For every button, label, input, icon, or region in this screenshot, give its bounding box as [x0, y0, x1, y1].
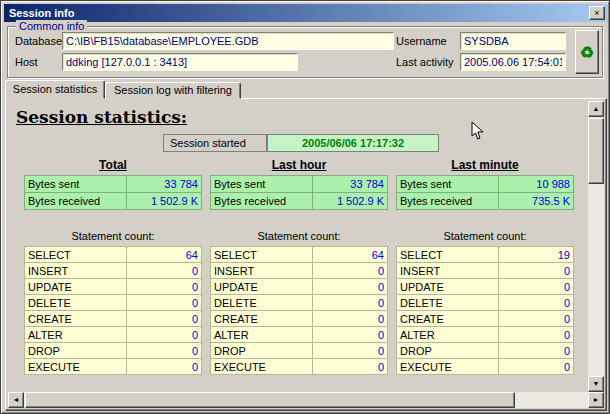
statement-value: 0: [126, 279, 201, 295]
bytes-label: Bytes sent: [25, 176, 127, 193]
statement-label: INSERT: [397, 263, 499, 279]
table-row: UPDATE0: [211, 279, 388, 295]
table-row: SELECT64: [211, 247, 388, 263]
statement-label: DROP: [25, 343, 127, 359]
database-field[interactable]: [62, 32, 394, 50]
close-icon: ×: [594, 8, 599, 18]
down-arrow-icon: ▼: [593, 380, 600, 387]
scroll-right-button[interactable]: ►: [588, 392, 604, 408]
bytes-value: 1 502.9 K: [126, 193, 201, 210]
refresh-button[interactable]: ♻: [575, 30, 599, 74]
stats-column-last-minute: Last minute Bytes sent10 988 Bytes recei…: [396, 101, 574, 392]
vertical-scrollbar[interactable]: ▲ ▼: [588, 101, 604, 392]
statement-label: DELETE: [25, 295, 127, 311]
statement-count-label: Statement count:: [24, 230, 202, 242]
horizontal-scroll-thumb[interactable]: [25, 392, 515, 408]
table-row: CREATE0: [211, 311, 388, 327]
refresh-icon: ♻: [580, 44, 594, 61]
statement-value: 0: [498, 279, 573, 295]
close-button[interactable]: ×: [589, 6, 605, 20]
table-row: Bytes sent10 988: [397, 176, 574, 193]
table-row: UPDATE0: [397, 279, 574, 295]
statement-label: SELECT: [211, 247, 313, 263]
tab-session-statistics[interactable]: Session statistics: [5, 80, 105, 99]
statement-value: 19: [498, 247, 573, 263]
titlebar[interactable]: Session info ×: [4, 4, 608, 22]
statement-label: DROP: [211, 343, 313, 359]
bytes-label: Bytes received: [211, 193, 313, 210]
last-activity-field[interactable]: [460, 53, 566, 71]
vertical-scroll-thumb[interactable]: [588, 118, 604, 184]
statement-label: DROP: [397, 343, 499, 359]
table-row: Bytes received1 502.9 K: [211, 193, 388, 210]
bytes-table-last-hour: Bytes sent33 784 Bytes received1 502.9 K: [210, 175, 388, 210]
statement-label: DELETE: [211, 295, 313, 311]
table-row: INSERT0: [211, 263, 388, 279]
statement-value: 0: [126, 311, 201, 327]
tab-session-log[interactable]: Session log with filtering: [105, 82, 241, 99]
common-info-group: Common info Database Host Username Last …: [7, 26, 603, 78]
statement-label: ALTER: [25, 327, 127, 343]
statement-label: CREATE: [211, 311, 313, 327]
table-row: DELETE0: [397, 295, 574, 311]
session-info-window: Session info × Common info Database Host…: [0, 0, 610, 414]
statement-label: UPDATE: [211, 279, 313, 295]
left-arrow-icon: ◄: [13, 396, 20, 403]
bytes-value: 33 784: [126, 176, 201, 193]
table-row: UPDATE0: [25, 279, 202, 295]
horizontal-scrollbar[interactable]: ◄ ►: [8, 392, 604, 408]
table-row: ALTER0: [211, 327, 388, 343]
username-field[interactable]: [460, 32, 566, 50]
stats-column-last-hour: Last hour Bytes sent33 784 Bytes receive…: [210, 101, 388, 392]
statement-label: EXECUTE: [25, 359, 127, 375]
table-row: CREATE0: [25, 311, 202, 327]
column-header-last-hour: Last hour: [210, 158, 388, 172]
table-row: Bytes sent33 784: [25, 176, 202, 193]
bytes-label: Bytes received: [397, 193, 499, 210]
statement-value: 0: [312, 311, 387, 327]
username-label: Username: [396, 35, 447, 47]
statement-count-label: Statement count:: [396, 230, 574, 242]
statement-label: ALTER: [397, 327, 499, 343]
scroll-up-button[interactable]: ▲: [588, 101, 604, 117]
bytes-value: 735.5 K: [498, 193, 573, 210]
statement-value: 0: [126, 343, 201, 359]
table-row: DELETE0: [211, 295, 388, 311]
statement-value: 0: [312, 279, 387, 295]
statement-value: 0: [498, 263, 573, 279]
table-row: SELECT19: [397, 247, 574, 263]
statistics-panel: Session statistics: Session started 2005…: [8, 101, 588, 392]
statement-label: EXECUTE: [397, 359, 499, 375]
table-row: DELETE0: [25, 295, 202, 311]
statement-count-label: Statement count:: [210, 230, 388, 242]
statement-value: 0: [126, 295, 201, 311]
statement-value: 0: [498, 343, 573, 359]
statement-label: UPDATE: [25, 279, 127, 295]
statement-label: CREATE: [25, 311, 127, 327]
statement-value: 0: [498, 311, 573, 327]
table-row: SELECT64: [25, 247, 202, 263]
statement-value: 64: [126, 247, 201, 263]
statement-label: SELECT: [397, 247, 499, 263]
table-row: DROP0: [211, 343, 388, 359]
statement-value: 0: [498, 327, 573, 343]
statement-label: SELECT: [25, 247, 127, 263]
table-row: EXECUTE0: [397, 359, 574, 375]
statement-value: 64: [312, 247, 387, 263]
host-label: Host: [15, 56, 38, 68]
bytes-value: 1 502.9 K: [312, 193, 387, 210]
table-row: INSERT0: [25, 263, 202, 279]
statement-value: 0: [312, 263, 387, 279]
scroll-down-button[interactable]: ▼: [588, 376, 604, 392]
statement-label: INSERT: [211, 263, 313, 279]
table-row: Bytes sent33 784: [211, 176, 388, 193]
statement-value: 0: [498, 295, 573, 311]
bytes-table-total: Bytes sent33 784 Bytes received1 502.9 K: [24, 175, 202, 210]
host-field[interactable]: [62, 53, 298, 71]
scroll-left-button[interactable]: ◄: [8, 392, 24, 408]
tab-page: Session statistics: Session started 2005…: [5, 98, 607, 411]
statement-table-last-hour: SELECT64 INSERT0 UPDATE0 DELETE0 CREATE0…: [210, 246, 388, 375]
statement-value: 0: [312, 343, 387, 359]
bytes-label: Bytes sent: [397, 176, 499, 193]
statement-label: EXECUTE: [211, 359, 313, 375]
